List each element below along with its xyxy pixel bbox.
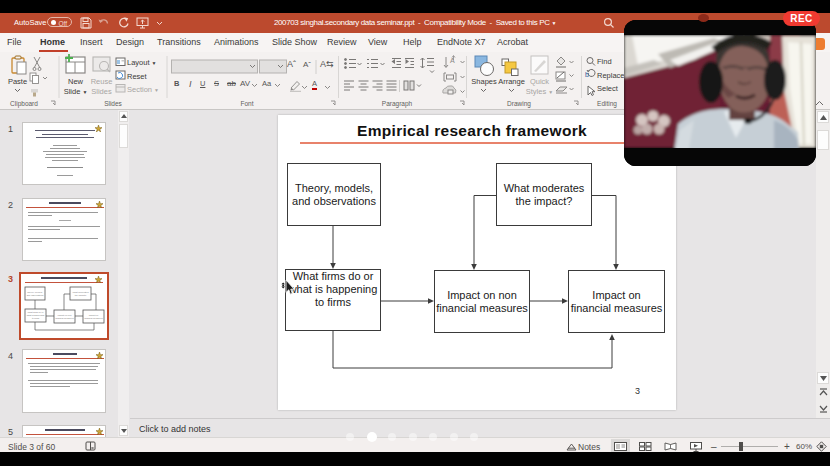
svg-text:the impact?: the impact? [75, 294, 87, 296]
svg-text:Impact on: Impact on [89, 314, 99, 316]
svg-text:A: A [450, 57, 455, 64]
svg-text:financial measures: financial measures [55, 317, 74, 319]
svg-text:b: b [585, 71, 589, 78]
svg-text:What moderates: What moderates [72, 291, 89, 293]
svg-text:Impact on non: Impact on non [58, 314, 73, 316]
svg-text:and observations: and observations [27, 294, 45, 296]
svg-text:What firms do or: What firms do or [27, 311, 43, 313]
svg-text:to firms: to firms [32, 317, 40, 319]
svg-text:financial measures: financial measures [84, 317, 103, 319]
svg-text:what is happening: what is happening [27, 314, 45, 316]
